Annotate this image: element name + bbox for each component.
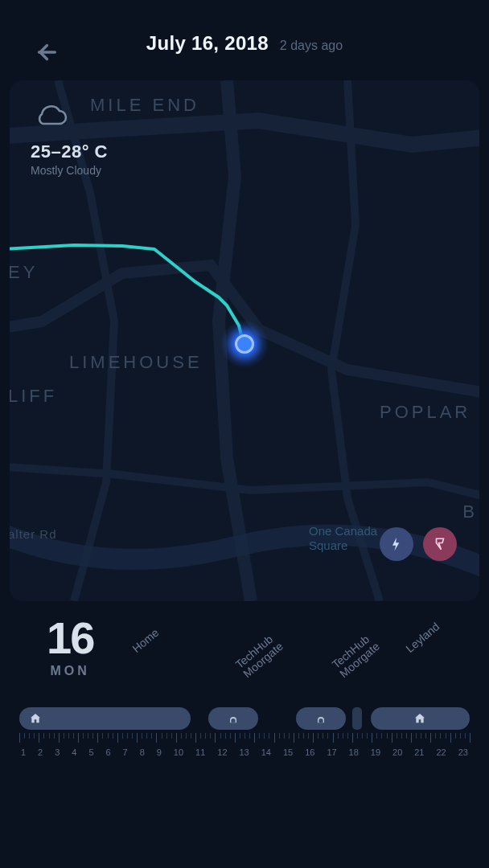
timeline-hour-label: 16 [305,747,314,757]
timeline-segments [19,707,470,730]
map-actions [380,527,457,561]
timeline-hour-label: 7 [123,747,128,757]
timeline-segment[interactable] [371,707,470,730]
timeline-hour-label: 6 [105,747,110,757]
map-partial-label: LIFF [10,386,57,407]
timeline-hour-label: 19 [371,747,380,757]
timeline-segment[interactable] [352,707,361,730]
map-district-label: LIMEHOUSE [69,352,203,373]
timeline-hour-label: 17 [327,747,336,757]
timeline-hour-label: 9 [157,747,162,757]
map-card[interactable]: MILE END LIMEHOUSE POPLAR EY LIFF B alte… [10,80,479,601]
timeline-hour-label: 4 [72,747,76,757]
arrow-left-icon [32,39,60,66]
timeline[interactable]: 1234567891011121314151617181920212223 [19,707,470,757]
date-title: July 16, 2018 [146,32,269,55]
weather-condition: Mostly Cloudy [31,164,108,177]
current-location-marker [220,320,269,368]
timeline-location-label: TechHub Moorgate [330,631,382,681]
header: July 16, 2018 2 days ago [0,0,489,71]
timeline-hour-label: 21 [414,747,424,757]
timeline-hour-label: 14 [261,747,271,757]
timeline-hour-label: 2 [38,747,43,757]
timeline-hour-label: 22 [436,747,446,757]
timeline-hour-label: 1 [21,747,26,757]
timeline-hour-label: 10 [174,747,183,757]
timeline-hours: 1234567891011121314151617181920212223 [19,747,470,757]
map-district-label: POPLAR [380,402,471,423]
timeline-hour-label: 5 [88,747,93,757]
timeline-location-label: Home [130,627,162,656]
action-button-bolt[interactable] [380,527,413,561]
date-relative: 2 days ago [280,39,343,53]
timeline-segment[interactable] [208,707,258,730]
timeline-hour-label: 23 [458,747,468,757]
map-partial-label: B [462,502,478,522]
timeline-hour-label: 11 [195,747,205,757]
weather-overlay: 25–28° C Mostly Cloudy [31,101,108,177]
timeline-location-labels: Home TechHub Moorgate TechHub Moorgate L… [0,601,489,674]
action-button-foursquare[interactable] [423,527,457,561]
timeline-hour-label: 8 [140,747,145,757]
map-poi-label: One Canada Square [309,524,377,553]
timeline-ticks [19,733,470,746]
timeline-location-label: TechHub Moorgate [233,631,286,681]
timeline-segment[interactable] [296,707,346,730]
timeline-hour-label: 18 [349,747,359,757]
timeline-location-label: Leyland [404,620,442,655]
timeline-hour-label: 15 [283,747,293,757]
foursquare-icon [433,537,447,551]
timeline-hour-label: 3 [55,747,60,757]
back-button[interactable] [32,39,60,69]
map-partial-label: alter Rd [10,527,57,541]
map-partial-label: EY [10,262,38,283]
timeline-hour-label: 13 [240,747,249,757]
title-group: July 16, 2018 2 days ago [146,32,343,55]
timeline-hour-label: 12 [217,747,227,757]
timeline-segment[interactable] [19,707,191,730]
bolt-icon [388,536,405,552]
timeline-hour-label: 20 [392,747,402,757]
temperature: 25–28° C [31,141,108,162]
cloud-icon [31,101,69,130]
timeline-section: 16 MON Home TechHub Moorgate TechHub Moo… [0,601,489,757]
